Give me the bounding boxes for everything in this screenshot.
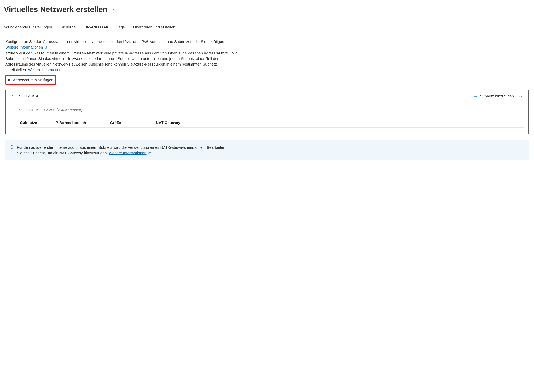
address-space-range: 192.0.2.0–192.0.2.255 (256 Adressen) (17, 107, 82, 113)
nat-learn-more-label: Weitere Informationen (109, 151, 146, 155)
address-space-more-icon[interactable]: ··· (519, 93, 524, 99)
description-block: Konfigurieren Sie den Adressraum Ihres v… (5, 39, 239, 73)
address-space-cidr: 192.0.2.0/24 (17, 93, 82, 99)
tab-basic-settings[interactable]: Grundlegende Einstellungen (4, 24, 52, 33)
plus-icon (474, 94, 478, 98)
learn-more-link-1[interactable]: Weitere Informationen (5, 45, 47, 49)
tab-tags[interactable]: Tags (117, 24, 125, 33)
add-subnet-label: Subnetz hinzufügen (480, 93, 514, 99)
add-ip-space-button[interactable]: IP-Adressraum hinzufügen (5, 75, 56, 85)
add-subnet-button[interactable]: Subnetz hinzufügen (474, 93, 514, 99)
external-link-icon (148, 152, 151, 154)
tab-ip-addresses[interactable]: IP-Adressen (86, 24, 108, 33)
learn-more-link-2[interactable]: Weitere Informationen (28, 68, 66, 72)
tab-review-create[interactable]: Überprüfen und erstellen (133, 24, 175, 33)
svg-point-2 (12, 146, 12, 146)
nat-learn-more-link[interactable]: Weitere Informationen (109, 151, 146, 155)
tab-security[interactable]: Sicherheit (61, 24, 77, 33)
nat-info-box: Für den ausgehenden Internetzugriff aus … (5, 140, 529, 160)
subnet-table: Subnetze IP-Adressbereich Größe NAT-Gate… (20, 120, 524, 128)
chevron-up-icon[interactable] (10, 93, 14, 97)
learn-more-label-1: Weitere Informationen (5, 45, 43, 49)
col-header-subnets: Subnetze (20, 120, 55, 126)
col-header-size: Größe (110, 120, 156, 126)
col-header-ip-range: IP-Adressbereich (55, 120, 110, 126)
external-link-icon (45, 46, 47, 49)
description-text-1: Konfigurieren Sie den Adressraum Ihres v… (5, 40, 225, 44)
col-header-nat-gateway: NAT-Gateway (156, 120, 213, 126)
info-icon (10, 145, 14, 149)
wizard-tabs: Grundlegende Einstellungen Sicherheit IP… (4, 24, 530, 33)
header-more-icon[interactable]: ··· (111, 6, 116, 12)
ip-address-space-panel: 192.0.2.0/24 192.0.2.0–192.0.2.255 (256 … (5, 90, 529, 134)
page-title: Virtuelles Netzwerk erstellen (4, 4, 108, 15)
